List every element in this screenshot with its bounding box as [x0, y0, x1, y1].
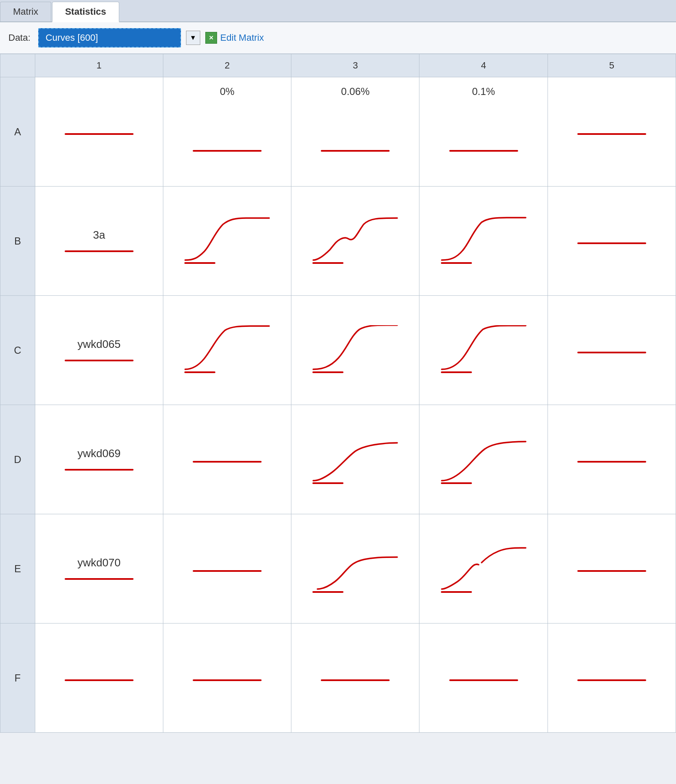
cell-B1[interactable]: 3a — [35, 187, 163, 296]
cell-C2[interactable] — [163, 296, 291, 405]
col-header-1: 1 — [35, 54, 163, 77]
row-B: B 3a — [0, 187, 676, 296]
cell-B3[interactable] — [291, 187, 419, 296]
col-header-4: 4 — [419, 54, 548, 77]
row-F: F — [0, 624, 676, 733]
cell-D1-label: ywkd069 — [78, 447, 121, 460]
row-header-C: C — [0, 296, 35, 405]
dropdown-arrow-icon[interactable]: ▼ — [186, 31, 200, 45]
cell-D5[interactable] — [548, 405, 676, 514]
cell-F3[interactable] — [291, 624, 419, 733]
col-header-3: 3 — [291, 54, 419, 77]
matrix-container: 1 2 3 4 5 A — [0, 54, 676, 733]
cell-C4[interactable] — [419, 296, 548, 405]
cell-A3[interactable]: 0.06% — [291, 77, 419, 187]
cell-E1-label: ywkd070 — [78, 556, 121, 569]
row-header-B: B — [0, 187, 35, 296]
cell-B5[interactable] — [548, 187, 676, 296]
cell-E5[interactable] — [548, 514, 676, 624]
cell-C1-label: ywkd065 — [78, 338, 121, 351]
matrix-table: 1 2 3 4 5 A — [0, 54, 676, 733]
app-container: Matrix Statistics Data: Curves [600] ▼ ✕… — [0, 0, 676, 784]
cell-E1[interactable]: ywkd070 — [35, 514, 163, 624]
cell-A2-percent: 0% — [220, 86, 235, 97]
row-header-D: D — [0, 405, 35, 514]
cell-E2[interactable] — [163, 514, 291, 624]
cell-D1[interactable]: ywkd069 — [35, 405, 163, 514]
cell-A4-percent: 0.1% — [472, 86, 495, 97]
data-label: Data: — [8, 32, 31, 43]
tab-bar: Matrix Statistics — [0, 0, 676, 22]
cell-B1-label: 3a — [93, 229, 105, 242]
cell-D3[interactable] — [291, 405, 419, 514]
cell-A4[interactable]: 0.1% — [419, 77, 548, 187]
cell-C1[interactable]: ywkd065 — [35, 296, 163, 405]
cell-C3[interactable] — [291, 296, 419, 405]
cell-E4[interactable] — [419, 514, 548, 624]
tab-matrix[interactable]: Matrix — [0, 2, 51, 21]
row-header-A: A — [0, 77, 35, 187]
corner-cell — [0, 54, 35, 77]
toolbar: Data: Curves [600] ▼ ✕ Edit Matrix — [0, 22, 676, 54]
cell-A3-percent: 0.06% — [341, 86, 369, 97]
cell-C5[interactable] — [548, 296, 676, 405]
tab-statistics[interactable]: Statistics — [52, 2, 119, 22]
edit-matrix-button[interactable]: ✕ Edit Matrix — [205, 32, 264, 44]
row-D: D ywkd069 — [0, 405, 676, 514]
col-header-5: 5 — [548, 54, 676, 77]
cell-F4[interactable] — [419, 624, 548, 733]
row-header-E: E — [0, 514, 35, 624]
cell-D4[interactable] — [419, 405, 548, 514]
cell-E3[interactable] — [291, 514, 419, 624]
cell-F2[interactable] — [163, 624, 291, 733]
cell-F5[interactable] — [548, 624, 676, 733]
edit-icon: ✕ — [205, 32, 217, 44]
cell-A5[interactable] — [548, 77, 676, 187]
cell-A2[interactable]: 0% — [163, 77, 291, 187]
cell-B2[interactable] — [163, 187, 291, 296]
cell-B4[interactable] — [419, 187, 548, 296]
cell-A1[interactable] — [35, 77, 163, 187]
row-E: E ywkd070 — [0, 514, 676, 624]
cell-D2[interactable] — [163, 405, 291, 514]
data-dropdown[interactable]: Curves [600] — [38, 28, 181, 47]
cell-F1[interactable] — [35, 624, 163, 733]
row-C: C ywkd065 — [0, 296, 676, 405]
row-A: A 0% — [0, 77, 676, 187]
row-header-F: F — [0, 624, 35, 733]
col-header-2: 2 — [163, 54, 291, 77]
